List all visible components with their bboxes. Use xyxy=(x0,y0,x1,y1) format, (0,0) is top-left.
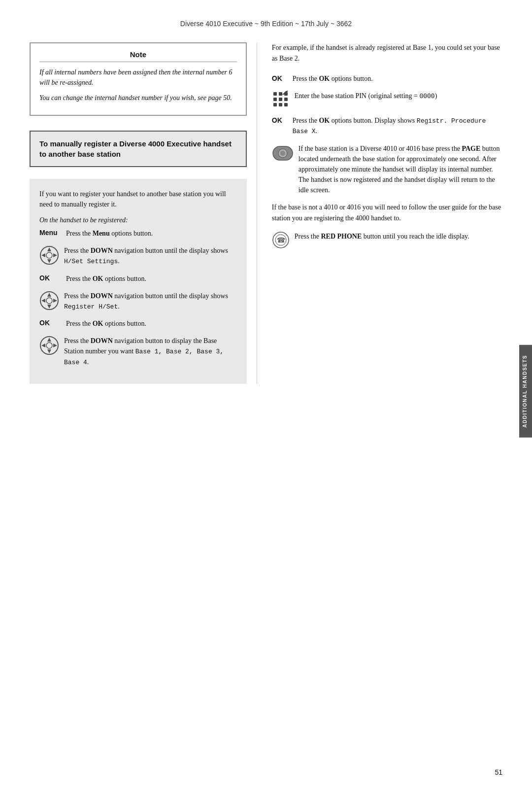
right-page-section: If the base station is a Diverse 4010 or… xyxy=(272,143,502,195)
step-menu-label: Menu xyxy=(39,228,61,237)
svg-marker-3 xyxy=(47,259,51,263)
svg-marker-5 xyxy=(53,253,57,257)
svg-rect-19 xyxy=(273,92,277,96)
nav-icon-2 xyxy=(39,291,59,310)
step-ok1-label: OK xyxy=(39,274,61,282)
register-box-title: To manually register a Diverse 4000 Exec… xyxy=(39,138,237,159)
svg-marker-9 xyxy=(47,305,51,309)
step-down1-text: Press the DOWN navigation button until t… xyxy=(64,245,237,267)
svg-rect-24 xyxy=(284,98,288,101)
right-pin-text: Enter the base station PIN (original set… xyxy=(295,91,502,102)
step-ok1-text: Press the OK options button. xyxy=(66,274,237,284)
note-box: Note If all internal numbers have been a… xyxy=(30,42,247,116)
svg-text:☎: ☎ xyxy=(276,236,285,244)
right-ok1-label: OK xyxy=(272,73,288,82)
svg-marker-2 xyxy=(47,247,51,251)
svg-marker-14 xyxy=(47,338,51,342)
svg-point-13 xyxy=(46,343,52,348)
svg-rect-20 xyxy=(279,92,282,96)
nav-icon-1 xyxy=(39,245,59,265)
step-down2-text: Press the DOWN navigation button until t… xyxy=(64,291,237,312)
right-follow-text: If the base is not a 4010 or 4016 you wi… xyxy=(272,202,502,224)
left-column: Note If all internal numbers have been a… xyxy=(30,42,257,384)
svg-marker-16 xyxy=(41,344,45,347)
svg-marker-10 xyxy=(41,299,45,303)
page: Diverse 4010 Executive ~ 9th Edition ~ 1… xyxy=(0,0,532,791)
right-ok2-label: OK xyxy=(272,115,288,124)
svg-rect-27 xyxy=(284,103,288,106)
svg-rect-22 xyxy=(273,98,277,101)
svg-marker-8 xyxy=(47,293,51,297)
svg-rect-25 xyxy=(273,103,277,106)
right-page-text: If the base station is a Diverse 4010 or… xyxy=(299,143,502,195)
right-pin: Enter the base station PIN (original set… xyxy=(272,91,502,108)
svg-marker-11 xyxy=(53,299,57,303)
step-down2: Press the DOWN navigation button until t… xyxy=(39,291,237,312)
step-ok2-label: OK xyxy=(39,318,61,327)
right-red-phone-text: Press the RED PHONE button until you rea… xyxy=(295,231,502,241)
svg-rect-26 xyxy=(279,103,282,106)
right-ok2: OK Press the OK options button. Display … xyxy=(272,115,502,137)
right-column: For example, if the handset is already r… xyxy=(257,42,502,384)
on-handset-label: On the handset to be registered: xyxy=(39,216,237,224)
svg-point-32 xyxy=(280,151,285,156)
right-intro: For example, if the handset is already r… xyxy=(272,42,502,65)
gray-section: If you want to register your handset to … xyxy=(30,179,247,384)
svg-marker-15 xyxy=(47,349,51,353)
keypad-icon xyxy=(272,91,290,108)
right-ok1: OK Press the OK options button. xyxy=(272,73,502,84)
side-tab: ADDITIONAL HANDSETS xyxy=(519,345,532,438)
step-down3-text: Press the DOWN navigation button to disp… xyxy=(64,336,237,367)
note-text-2: You can change the internal handset numb… xyxy=(39,93,237,103)
step-ok1: OK Press the OK options button. xyxy=(39,274,237,284)
right-ok1-text: Press the OK options button. xyxy=(293,73,502,84)
svg-point-1 xyxy=(46,252,52,258)
note-text-1: If all internal numbers have been assign… xyxy=(39,67,237,88)
side-tab-label: ADDITIONAL HANDSETS xyxy=(522,355,528,428)
red-phone-icon: ☎ xyxy=(272,231,290,249)
svg-marker-4 xyxy=(41,253,45,257)
page-number: 51 xyxy=(495,768,502,776)
note-title: Note xyxy=(39,50,237,62)
step-menu-text: Press the Menu options button. xyxy=(66,228,237,239)
page-button-icon xyxy=(272,144,294,162)
step-down1: Press the DOWN navigation button until t… xyxy=(39,245,237,267)
content-area: Note If all internal numbers have been a… xyxy=(30,42,502,384)
step-ok2-text: Press the OK options button. xyxy=(66,318,237,329)
svg-point-7 xyxy=(46,298,52,304)
header-title: Diverse 4010 Executive ~ 9th Edition ~ 1… xyxy=(180,20,352,28)
nav-icon-3 xyxy=(39,336,59,355)
gray-intro: If you want to register your handset to … xyxy=(39,189,237,209)
svg-marker-17 xyxy=(53,344,57,347)
svg-rect-23 xyxy=(279,98,282,101)
page-header: Diverse 4010 Executive ~ 9th Edition ~ 1… xyxy=(30,20,502,28)
register-box: To manually register a Diverse 4000 Exec… xyxy=(30,131,247,167)
step-ok2: OK Press the OK options button. xyxy=(39,318,237,329)
step-down3: Press the DOWN navigation button to disp… xyxy=(39,336,237,367)
right-red-phone: ☎ Press the RED PHONE button until you r… xyxy=(272,231,502,249)
step-menu: Menu Press the Menu options button. xyxy=(39,228,237,239)
right-ok2-text: Press the OK options button. Display sho… xyxy=(293,115,502,137)
